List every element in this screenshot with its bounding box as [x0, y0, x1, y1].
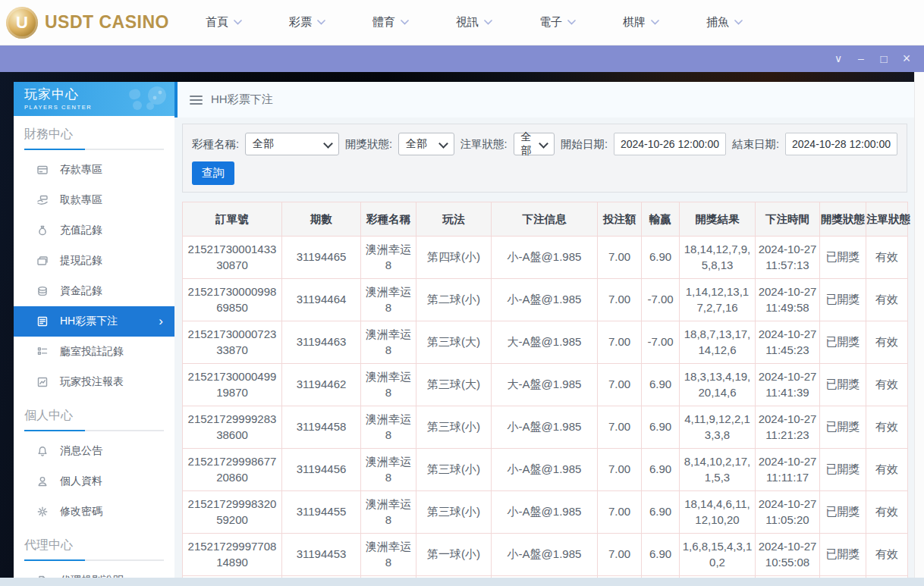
sidebar-menu: 消息公告個人資料修改密碼 — [14, 436, 174, 527]
sidebar-item-label: 提現記錄 — [60, 254, 102, 268]
sidebar-item-cashout-record[interactable]: 提現記錄 — [14, 246, 174, 276]
desktop-background: 玩家中心 PLAYERS CENTER 財務中心存款專區取款專區充值記錄提現記錄… — [0, 72, 924, 586]
table-cell: 31194465 — [282, 237, 361, 279]
sidebar-item-withdraw[interactable]: 取款專區 — [14, 185, 174, 215]
table-cell: 2152172999832059200 — [183, 491, 282, 534]
column-header: 投注額 — [598, 202, 642, 237]
sidebar-item-announcements[interactable]: 消息公告 — [14, 436, 174, 466]
table-cell: 7.00 — [598, 449, 642, 491]
table-cell: 已開獎 — [820, 449, 866, 491]
nav-item-fishing[interactable]: 捕魚 — [706, 15, 743, 30]
table-cell: 4,11,9,12,2,13,3,8 — [680, 406, 756, 449]
table-cell: 小-A盤@1.985 — [492, 279, 598, 321]
vertical-scrollbar[interactable] — [914, 72, 924, 578]
end-date-input[interactable] — [785, 133, 897, 155]
table-cell: 澳洲幸运8 — [361, 491, 416, 534]
sidebar-item-label: 修改密碼 — [60, 505, 102, 519]
search-button[interactable]: 查詢 — [192, 161, 234, 185]
start-date-input[interactable] — [614, 133, 726, 155]
close-icon[interactable]: × — [895, 45, 918, 72]
table-cell: 2152173000049919870 — [183, 364, 282, 406]
sidebar-item-agent-rules[interactable]: 代理規則說明 — [14, 566, 174, 578]
table-cell: 2152173000099869850 — [183, 279, 282, 321]
table-cell: 1,14,12,13,17,2,7,16 — [680, 279, 756, 321]
sidebar-item-hall-bet-record[interactable]: 廳室投註記錄 — [14, 337, 174, 367]
gear-icon — [36, 506, 49, 518]
nav-item-live-video[interactable]: 視訊 — [456, 15, 492, 30]
table-row: 215217300009986985031194464澳洲幸运8第二球(小)小-… — [183, 279, 908, 321]
chevron-down-icon — [567, 20, 576, 25]
sidebar-item-label: 取款專區 — [60, 193, 102, 207]
table-cell: 2024-10-27 11:21:23 — [756, 406, 820, 449]
sidebar-section-title: 個人中心 — [24, 408, 164, 424]
table-cell: 7.00 — [598, 279, 642, 321]
maximize-icon[interactable]: □ — [872, 45, 895, 72]
chevron-down-icon — [651, 20, 659, 25]
sidebar-item-deposit[interactable]: 存款專區 — [14, 155, 174, 185]
column-header: 開獎狀態 — [820, 202, 866, 237]
nav-item-sports[interactable]: 體育 — [372, 15, 409, 30]
window-controls: ∨ – □ × — [827, 45, 918, 72]
table-cell: 31194458 — [282, 406, 361, 449]
sidebar-item-funds-record[interactable]: 資金記錄 — [14, 276, 174, 306]
draw-status-select[interactable]: 全部 — [398, 133, 454, 155]
sidebar-item-player-bet-report[interactable]: 玩家投注報表 — [14, 367, 174, 397]
hall-icon — [36, 346, 49, 358]
cashout-icon — [36, 255, 49, 267]
column-header: 期數 — [282, 202, 361, 237]
table-cell: 澳洲幸运8 — [361, 449, 416, 491]
table-cell: 有效 — [866, 321, 908, 364]
table-cell: 6.90 — [642, 364, 680, 406]
lottery-icon — [36, 315, 49, 327]
table-cell: 大-A盤@1.985 — [492, 364, 598, 406]
nav-item-chess[interactable]: 棋牌 — [623, 15, 659, 30]
table-cell: 6.90 — [642, 534, 680, 576]
draw-status-select-label: 開獎狀態: — [345, 137, 392, 152]
user-icon — [36, 475, 49, 487]
sidebar-item-label: 個人資料 — [60, 475, 102, 488]
section-underline — [24, 430, 164, 431]
dropdown-chevron-icon[interactable]: ∨ — [827, 45, 850, 72]
table-row: 215217299986772086031194456澳洲幸运8第三球(小)小-… — [183, 449, 908, 491]
recharge-icon — [36, 224, 49, 237]
sidebar-item-change-password[interactable]: 修改密碼 — [14, 497, 174, 527]
brand-logo-icon: U — [6, 7, 38, 39]
nav-item-electronic[interactable]: 電子 — [539, 15, 576, 30]
horizontal-scrollbar[interactable] — [0, 578, 924, 586]
filter-panel: 彩種名稱: 全部 開獎狀態: 全部 注單狀態: 全部 開始日期: 結束日期: — [182, 124, 907, 193]
sidebar-item-profile[interactable]: 個人資料 — [14, 466, 174, 497]
table-cell: 已開獎 — [820, 406, 866, 449]
section-underline — [24, 149, 164, 150]
table-cell: 大-A盤@1.985 — [492, 321, 598, 364]
table-cell: 31194455 — [282, 491, 361, 534]
sidebar-item-recharge-record[interactable]: 充值記錄 — [14, 215, 174, 246]
sidebar-item-label: HH彩票下注 — [60, 315, 118, 328]
menu-icon[interactable] — [190, 96, 203, 105]
table-row: 215217299992833860031194458澳洲幸运8第三球(小)小-… — [183, 406, 908, 449]
table-cell: 31194464 — [282, 279, 361, 321]
brand-logo[interactable]: U USDT CASINO — [6, 7, 169, 39]
start-date-label: 開始日期: — [561, 137, 608, 152]
chevron-down-icon — [734, 20, 743, 25]
bets-table: 訂單號期數彩種名稱玩法下注信息投注額輸贏開獎結果下注時間開獎狀態注單狀態 215… — [182, 202, 908, 578]
order-status-select[interactable]: 全部 — [514, 133, 555, 155]
nav-item-label: 首頁 — [206, 15, 228, 30]
nav-item-label: 彩票 — [289, 15, 312, 30]
table-cell: 31194456 — [282, 449, 361, 491]
sidebar-item-hh-lottery-bets[interactable]: HH彩票下注 — [14, 306, 174, 337]
table-cell: 31194462 — [282, 364, 361, 406]
table-cell: 有效 — [866, 364, 908, 406]
sidebar-menu: 代理規則說明 — [14, 566, 174, 578]
table-cell: 第三球(大) — [416, 364, 492, 406]
table-cell: 第三球(小) — [416, 491, 492, 534]
minimize-icon[interactable]: – — [850, 45, 872, 72]
table-cell: 2024-10-27 10:55:08 — [756, 534, 820, 576]
nav-item-lottery[interactable]: 彩票 — [289, 15, 325, 30]
window-title-bar: ∨ – □ × — [0, 45, 924, 72]
nav-item-home[interactable]: 首頁 — [206, 15, 242, 30]
sidebar-section-title: 財務中心 — [24, 127, 164, 143]
table-cell: 2152172999867720860 — [183, 449, 282, 491]
sidebar-item-label: 玩家投注報表 — [60, 375, 124, 389]
chevron-down-icon — [539, 139, 548, 149]
lottery-select[interactable]: 全部 — [245, 133, 339, 155]
